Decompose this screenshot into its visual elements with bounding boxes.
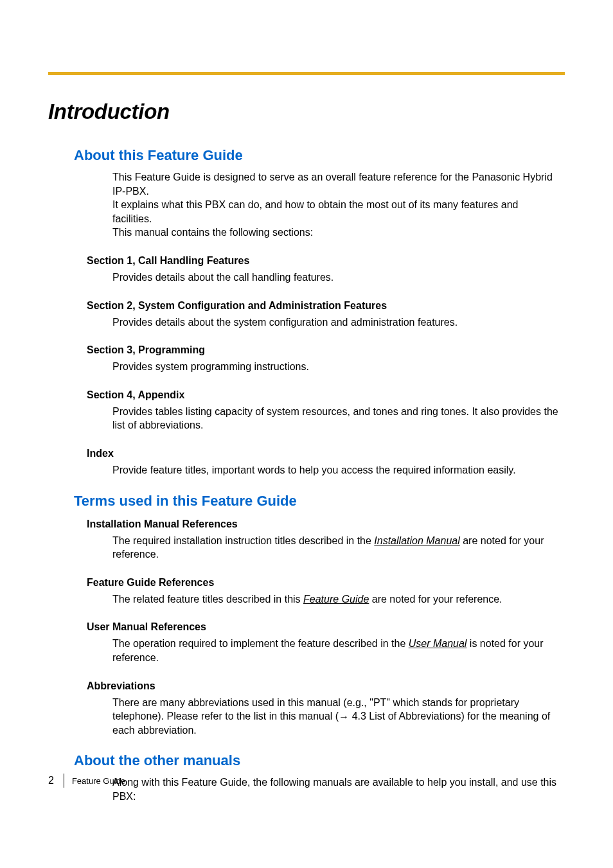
heading-other-manuals: About the other manuals <box>74 752 565 769</box>
heading-index: Index <box>87 448 565 459</box>
arrow-icon: → <box>339 710 349 724</box>
body-section-1: Provides details about the call handling… <box>112 270 558 285</box>
body-um-refs: The operation required to implement the … <box>112 637 558 664</box>
body-other-manuals: Along with this Feature Guide, the follo… <box>112 775 558 803</box>
heading-section-4: Section 4, Appendix <box>87 389 565 401</box>
heading-fg-refs: Feature Guide References <box>87 577 565 589</box>
heading-um-refs: User Manual References <box>87 621 565 633</box>
heading-terms: Terms used in this Feature Guide <box>74 493 565 509</box>
heading-section-3: Section 3, Programming <box>87 344 565 356</box>
fg-refs-post: are noted for your reference. <box>369 594 502 605</box>
body-install-refs: The required installation instruction ti… <box>112 534 558 562</box>
heading-section-1: Section 1, Call Handling Features <box>87 255 565 267</box>
heading-abbreviations: Abbreviations <box>87 680 565 692</box>
page-number: 2 <box>48 775 64 786</box>
link-installation-manual[interactable]: Installation Manual <box>374 535 459 546</box>
heading-about-guide: About this Feature Guide <box>74 147 565 164</box>
accent-bar <box>48 72 565 75</box>
page-title: Introduction <box>48 100 565 124</box>
link-feature-guide[interactable]: Feature Guide <box>303 594 369 605</box>
body-section-4: Provides tables listing capacity of syst… <box>112 405 558 432</box>
body-section-3: Provides system programming instructions… <box>112 360 558 374</box>
install-refs-pre: The required installation instruction ti… <box>112 535 374 546</box>
page-footer: 2 Feature Guide <box>48 774 125 788</box>
body-abbreviations: There are many abbreviations used in thi… <box>112 696 558 738</box>
link-user-manual[interactable]: User Manual <box>409 638 467 649</box>
fg-refs-pre: The related feature titles described in … <box>112 594 303 605</box>
um-refs-pre: The operation required to implement the … <box>112 638 409 649</box>
footer-divider <box>64 774 64 788</box>
document-page: Introduction About this Feature Guide Th… <box>0 0 613 868</box>
body-fg-refs: The related feature titles described in … <box>112 592 558 607</box>
heading-install-refs: Installation Manual References <box>87 518 565 530</box>
footer-label: Feature Guide <box>72 776 125 786</box>
body-index: Provide feature titles, important words … <box>112 463 558 477</box>
body-section-2: Provides details about the system config… <box>112 315 558 330</box>
heading-section-2: Section 2, System Configuration and Admi… <box>87 300 565 312</box>
about-guide-body: This Feature Guide is designed to serve … <box>112 170 558 240</box>
